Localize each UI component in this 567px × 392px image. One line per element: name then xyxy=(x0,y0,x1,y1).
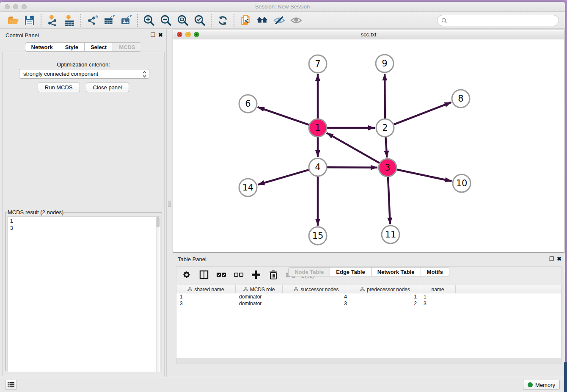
zoom-out-button[interactable] xyxy=(157,13,174,28)
graph-node-11[interactable]: 11 xyxy=(382,226,399,243)
zoom-fit-button[interactable] xyxy=(174,13,191,28)
toolbar-separator xyxy=(137,14,138,27)
graph-edge-1-6[interactable] xyxy=(258,107,309,125)
search-input[interactable] xyxy=(449,17,559,24)
table-float-panel-icon[interactable]: ❐ xyxy=(549,256,554,262)
table-tabs: Node TableEdge TableNetwork TableMotifs xyxy=(173,267,565,376)
svg-text:15: 15 xyxy=(312,231,324,241)
first-neighbors-button[interactable] xyxy=(254,13,271,28)
graph-edge-3-10[interactable] xyxy=(397,170,452,181)
network-window-titlebar: ✕ − + scc.txt xyxy=(173,30,564,39)
graph-node-9[interactable]: 9 xyxy=(376,55,394,72)
run-mcds-button[interactable]: Run MCDS xyxy=(38,83,80,92)
show-panels-button[interactable] xyxy=(5,380,17,390)
svg-text:6: 6 xyxy=(245,99,250,109)
control-panel-header: Control Panel ❐ ✖ xyxy=(0,29,166,41)
optimization-criterion-label: Optimization criterion: xyxy=(3,61,164,68)
memory-button[interactable]: Memory xyxy=(523,380,560,390)
tab-network-table[interactable]: Network Table xyxy=(372,267,421,276)
network-window-title: scc.txt xyxy=(173,31,564,38)
graph-node-1[interactable]: 1 xyxy=(309,119,327,137)
tab-mcds[interactable]: MCDS xyxy=(113,42,141,52)
svg-text:10: 10 xyxy=(456,178,468,188)
control-panel-title: Control Panel xyxy=(6,32,39,39)
graph-node-7[interactable]: 7 xyxy=(309,55,327,73)
close-panel-icon[interactable]: ✖ xyxy=(158,32,163,38)
panel-splitter-grip[interactable] xyxy=(168,201,171,207)
tab-node-table[interactable]: Node Table xyxy=(288,267,330,276)
zoom-fit-icon xyxy=(177,14,189,26)
app-window: Session: New Session xyxy=(0,2,565,392)
save-session-button[interactable] xyxy=(21,13,38,28)
list-icon xyxy=(7,381,15,388)
window-title: Session: New Session xyxy=(0,3,565,10)
table-panel-header: Table Panel ❐ ✖ xyxy=(173,254,565,265)
graph-edge-2-8[interactable] xyxy=(394,102,451,124)
toolbar-separator xyxy=(211,14,212,27)
tab-network[interactable]: Network xyxy=(25,42,59,52)
show-all-icon xyxy=(290,14,302,26)
float-panel-icon[interactable]: ❐ xyxy=(150,32,155,38)
mcds-panel: Optimization criterion: strongly connect… xyxy=(2,52,165,376)
zoom-out-icon xyxy=(160,14,172,26)
tab-motifs[interactable]: Motifs xyxy=(421,267,449,276)
tab-select[interactable]: Select xyxy=(85,42,113,52)
graph-node-14[interactable]: 14 xyxy=(239,179,257,196)
graph-node-6[interactable]: 6 xyxy=(239,95,257,113)
tab-style[interactable]: Style xyxy=(59,42,85,52)
status-bar: Memory xyxy=(0,377,565,392)
hide-selected-icon xyxy=(273,14,285,26)
hide-selected-button[interactable] xyxy=(271,13,288,28)
import-table-button[interactable] xyxy=(61,13,78,28)
refresh-button[interactable] xyxy=(214,13,231,28)
graph-node-4[interactable]: 4 xyxy=(309,158,327,176)
first-neighbors-icon xyxy=(256,14,268,26)
graph-node-2[interactable]: 2 xyxy=(376,119,394,137)
control-panel: Control Panel ❐ ✖ NetworkStyleSelectMCDS… xyxy=(0,29,167,378)
graph-node-3[interactable]: 3 xyxy=(379,159,396,177)
graph-node-15[interactable]: 15 xyxy=(309,227,327,245)
graph-edge-4-14[interactable] xyxy=(258,170,309,185)
open-session-button[interactable] xyxy=(4,13,21,28)
open-session-icon xyxy=(7,15,19,26)
stepper-icon xyxy=(142,71,147,79)
graph-edge-2-9[interactable] xyxy=(385,74,385,119)
close-panel-button[interactable]: Close panel xyxy=(86,83,129,92)
zoom-in-button[interactable] xyxy=(140,13,157,28)
graph-node-8[interactable]: 8 xyxy=(452,90,470,108)
duplicate-network-button[interactable] xyxy=(237,13,254,28)
graph-edge-3-1[interactable] xyxy=(327,133,380,163)
export-network-button[interactable] xyxy=(84,13,101,28)
search-icon xyxy=(441,18,447,24)
tab-edge-table[interactable]: Edge Table xyxy=(330,267,371,276)
mcds-result-text[interactable]: 13 xyxy=(7,216,160,372)
criterion-select[interactable]: strongly connected component xyxy=(19,69,149,79)
export-table-button[interactable] xyxy=(101,13,118,28)
memory-status-icon xyxy=(528,382,533,387)
refresh-icon xyxy=(217,15,228,26)
mcds-result-fieldset: MCDS result (2 nodes) 13 xyxy=(6,209,162,371)
result-scrollbar[interactable] xyxy=(156,217,160,372)
graph-edge-4-3[interactable] xyxy=(327,167,377,168)
search-field[interactable] xyxy=(437,15,559,26)
svg-text:1: 1 xyxy=(315,123,320,133)
svg-text:7: 7 xyxy=(315,59,320,69)
network-view-window: ✕ − + scc.txt 7968124314101511 xyxy=(173,30,564,253)
graph-edge-3-11[interactable] xyxy=(388,177,390,224)
import-network-button[interactable] xyxy=(44,13,61,28)
graph-edge-2-3[interactable] xyxy=(385,137,387,157)
mcds-result-title: MCDS result (2 nodes) xyxy=(7,209,64,215)
network-canvas[interactable]: 7968124314101511 xyxy=(173,39,564,252)
result-scrollbar-thumb[interactable] xyxy=(157,217,160,227)
export-table-icon xyxy=(104,15,115,26)
zoom-selected-button[interactable] xyxy=(191,13,208,28)
svg-text:14: 14 xyxy=(242,182,254,193)
import-table-icon xyxy=(64,15,75,26)
table-close-panel-icon[interactable]: ✖ xyxy=(557,256,561,262)
export-image-button[interactable] xyxy=(118,13,135,28)
desktop-background: Session: New Session xyxy=(0,0,567,392)
show-all-button[interactable] xyxy=(288,13,305,28)
toolbar-separator xyxy=(41,14,41,27)
graph-node-10[interactable]: 10 xyxy=(453,174,471,192)
save-session-icon xyxy=(24,15,35,26)
